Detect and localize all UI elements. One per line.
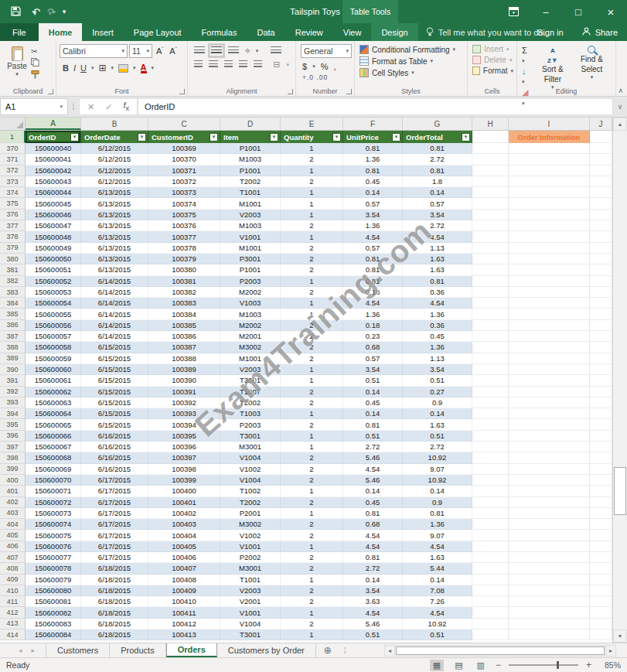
- cell[interactable]: 0.14: [343, 486, 403, 496]
- column-header-C[interactable]: C: [148, 118, 220, 130]
- cell[interactable]: 100383: [148, 298, 220, 309]
- empty-cell[interactable]: [590, 320, 612, 331]
- insert-function-icon[interactable]: fx: [123, 101, 129, 112]
- cell[interactable]: 0.45: [403, 331, 472, 342]
- cell[interactable]: V1002: [220, 530, 281, 541]
- cell[interactable]: 7.26: [403, 596, 472, 607]
- cell[interactable]: 1: [281, 442, 343, 452]
- empty-cell[interactable]: [472, 276, 509, 287]
- close-button[interactable]: ×: [595, 0, 627, 23]
- empty-cell[interactable]: [472, 541, 509, 552]
- sheet-tab-customers[interactable]: Customers: [46, 643, 110, 657]
- cell[interactable]: 6/15/2015: [81, 408, 148, 419]
- empty-cell[interactable]: [590, 607, 612, 618]
- cell[interactable]: 1: [281, 231, 343, 242]
- empty-cell[interactable]: [509, 452, 590, 463]
- ribbon-display-options-icon[interactable]: [497, 0, 530, 23]
- cell[interactable]: 2: [281, 342, 343, 353]
- number-dialog-launcher-icon[interactable]: [346, 89, 352, 94]
- column-header-H[interactable]: H: [472, 118, 509, 130]
- cell[interactable]: 150600045: [26, 198, 81, 209]
- empty-cell[interactable]: [590, 629, 612, 640]
- empty-cell[interactable]: [472, 131, 509, 143]
- row-number[interactable]: 394: [0, 408, 26, 419]
- row-number[interactable]: 384: [0, 298, 26, 309]
- cell[interactable]: 6/15/2015: [81, 375, 148, 386]
- empty-cell[interactable]: [472, 154, 509, 165]
- cell[interactable]: T3001: [220, 629, 281, 640]
- empty-cell[interactable]: [509, 563, 590, 574]
- empty-cell[interactable]: [590, 364, 612, 375]
- cell[interactable]: 100403: [148, 519, 220, 530]
- cell[interactable]: 100412: [148, 619, 220, 629]
- zoom-out-icon[interactable]: −: [496, 660, 501, 670]
- row-number[interactable]: 386: [0, 320, 26, 331]
- cell[interactable]: 1.63: [403, 254, 472, 264]
- sheet-nav-next-icon[interactable]: ▸: [32, 646, 36, 654]
- sheet-nav-prev-icon[interactable]: ◂: [19, 646, 22, 654]
- tab-file[interactable]: File: [0, 23, 39, 41]
- number-format-select[interactable]: General▾: [301, 44, 352, 58]
- cell[interactable]: 100404: [148, 530, 220, 541]
- empty-cell[interactable]: [590, 220, 612, 231]
- cell[interactable]: V1004: [220, 452, 281, 463]
- grow-font-icon[interactable]: Aˆ: [154, 46, 165, 56]
- cell[interactable]: 150600055: [26, 309, 81, 319]
- empty-cell[interactable]: [590, 276, 612, 287]
- cell[interactable]: 4.54: [403, 541, 472, 552]
- expand-formula-bar-icon[interactable]: ∨: [613, 97, 627, 117]
- cell[interactable]: M2001: [220, 331, 281, 342]
- cell[interactable]: V1001: [220, 607, 281, 618]
- cell[interactable]: 0.14: [343, 387, 403, 397]
- cell[interactable]: 6/13/2015: [81, 264, 148, 275]
- sheet-tab-customers-by-order[interactable]: Customers by Order: [217, 643, 316, 657]
- cell[interactable]: 0.45: [343, 176, 403, 187]
- cell[interactable]: 6/15/2015: [81, 419, 148, 430]
- cell[interactable]: 100401: [148, 497, 220, 508]
- cell[interactable]: M1001: [220, 243, 281, 254]
- cell[interactable]: 6/17/2015: [81, 508, 148, 519]
- cell[interactable]: 150600054: [26, 298, 81, 309]
- cell[interactable]: 6/14/2015: [81, 320, 148, 331]
- cell[interactable]: 150600052: [26, 276, 81, 287]
- tab-insert[interactable]: Insert: [82, 23, 124, 41]
- cell[interactable]: 0.81: [403, 165, 472, 176]
- cell[interactable]: 150600072: [26, 497, 81, 508]
- cell[interactable]: 5.46: [343, 452, 403, 463]
- cell[interactable]: 6/13/2015: [81, 187, 148, 198]
- cell[interactable]: 100372: [148, 176, 220, 187]
- cell[interactable]: 9.07: [403, 464, 472, 475]
- cell[interactable]: T3001: [220, 431, 281, 442]
- sheet-tab-products[interactable]: Products: [110, 643, 165, 657]
- cell[interactable]: 150600066: [26, 431, 81, 442]
- row-number[interactable]: 372: [0, 165, 26, 176]
- cell[interactable]: 1.63: [403, 552, 472, 563]
- normal-view-icon[interactable]: ▦: [430, 660, 444, 671]
- filter-dropdown-icon[interactable]: ▼: [270, 133, 278, 142]
- cell[interactable]: 0.14: [403, 187, 472, 198]
- column-header-A[interactable]: A: [26, 118, 81, 130]
- share-button[interactable]: Share: [573, 27, 627, 37]
- cell[interactable]: 0.81: [343, 419, 403, 430]
- cell[interactable]: 100395: [148, 431, 220, 442]
- cell[interactable]: 5.46: [343, 619, 403, 629]
- empty-cell[interactable]: [472, 607, 509, 618]
- row-number[interactable]: 403: [0, 508, 26, 519]
- cell[interactable]: M3001: [220, 442, 281, 452]
- empty-cell[interactable]: [509, 519, 590, 530]
- cell[interactable]: 6/14/2015: [81, 298, 148, 309]
- conditional-formatting-button[interactable]: Conditional Formatting▾: [360, 45, 464, 54]
- cell[interactable]: 3.54: [343, 210, 403, 220]
- decrease-indent-icon[interactable]: [239, 60, 247, 69]
- cell[interactable]: 150600068: [26, 452, 81, 463]
- cell[interactable]: 0.18: [343, 287, 403, 298]
- cell[interactable]: 150600070: [26, 475, 81, 486]
- row-number[interactable]: 377: [0, 220, 26, 231]
- empty-cell[interactable]: [590, 387, 612, 397]
- cell[interactable]: 0.51: [343, 375, 403, 386]
- empty-cell[interactable]: [590, 198, 612, 209]
- cell[interactable]: 6/16/2015: [81, 431, 148, 442]
- empty-cell[interactable]: [590, 298, 612, 309]
- cell[interactable]: 2: [281, 353, 343, 364]
- cell[interactable]: 1: [281, 198, 343, 209]
